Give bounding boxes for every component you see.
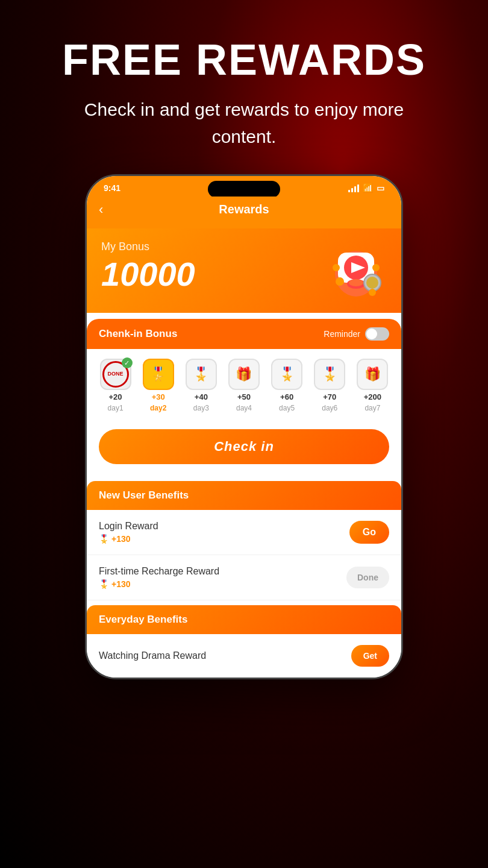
done-check-icon: ✓ [122,357,133,368]
coin-icon-3: 🎖️ [193,366,209,382]
app-header: ‹ Rewards [87,197,401,228]
hero-subtitle: Check in and get rewards to enjoy more c… [63,96,425,150]
recharge-reward-points: 🎖️ +130 [99,579,219,589]
bonus-section: My Bonus 10000 [87,228,401,313]
new-user-benefits-header: New User Benefits [87,481,401,510]
day-icon-6: 🎖️ [314,359,345,390]
coin-icon-login: 🎖️ [99,534,109,544]
main-content: FREE REWARDS Check in and get rewards to… [0,0,488,679]
coin-icon-recharge: 🎖️ [99,579,109,589]
reminder-toggle[interactable] [365,327,389,341]
svg-point-5 [372,264,380,271]
login-reward-info: Login Reward 🎖️ +130 [99,521,158,544]
checkin-card: Chenk-in Bonus Reminder DONE ✓ +20 [87,319,401,476]
reminder-label: Reminder [324,329,360,339]
day-label-4: day4 [236,404,252,412]
watching-drama-item: Watching Drama Reward Get [87,634,401,678]
day-label-2: day2 [150,404,166,412]
day-icon-7: 🎁 [357,359,388,390]
back-button[interactable]: ‹ [99,202,103,218]
reminder-row: Reminder [324,327,389,341]
login-reward-name: Login Reward [99,521,158,532]
day-item-6: 🎖️ +70 day6 [314,359,345,412]
days-grid: DONE ✓ +20 day1 🎖️ +30 day2 [87,349,401,422]
hero-title: FREE REWARDS [62,36,426,84]
svg-point-10 [336,277,344,286]
everyday-benefits-section: Everyday Benefits Watching Drama Reward … [87,605,401,678]
day-icon-4: 🎁 [228,359,260,390]
day-points-5: +60 [280,392,293,401]
login-reward-go-button[interactable]: Go [349,521,389,544]
everyday-benefits-title: Everyday Benefits [99,614,187,625]
checkin-header: Chenk-in Bonus Reminder [87,319,401,349]
watching-drama-name: Watching Drama Reward [99,650,206,661]
coin-icon-2: 🎖️ [150,366,166,382]
day-icon-1: DONE ✓ [100,359,131,390]
recharge-reward-item: First-time Recharge Reward 🎖️ +130 Done [87,555,401,600]
day-item-4: 🎁 +50 day4 [228,359,260,412]
page-title: Rewards [219,203,269,216]
day-item-3: 🎖️ +40 day3 [186,359,217,412]
gift-icon-7: 🎁 [364,366,381,382]
day-item-2: 🎖️ +30 day2 [143,359,174,412]
signal-icon [348,184,359,192]
day-item-5: 🎖️ +60 day5 [271,359,302,412]
checkin-title: Chenk-in Bonus [99,328,177,340]
gift-icon-4: 🎁 [236,366,252,382]
day-points-2: +30 [152,392,165,401]
day-points-3: +40 [195,392,208,401]
phone-mockup: 9:41 📶 ▭ ‹ Rewards My Bonus 10000 [85,174,403,679]
svg-point-4 [333,264,340,271]
coin-icon-6: 🎖️ [322,366,338,382]
day-icon-3: 🎖️ [186,359,217,390]
mascot [323,234,389,301]
coin-icon-5: 🎖️ [279,366,295,382]
recharge-reward-name: First-time Recharge Reward [99,566,219,577]
day-points-6: +70 [323,392,336,401]
svg-point-7 [349,279,363,286]
notch [208,181,280,198]
wifi-icon: 📶 [363,183,373,193]
day-label-5: day5 [279,404,295,412]
day-label-1: day1 [108,404,124,412]
svg-point-9 [366,277,378,289]
login-reward-points: 🎖️ +130 [99,534,158,544]
day-label-6: day6 [322,404,337,412]
battery-icon: ▭ [377,183,384,193]
day-icon-5: 🎖️ [271,359,302,390]
day-item-1: DONE ✓ +20 day1 [100,359,131,412]
day-points-4: +50 [237,392,251,401]
day-label-7: day7 [364,404,380,412]
day-icon-2: 🎖️ [143,359,174,390]
new-user-benefits-title: New User Benefits [99,489,189,501]
day-label-3: day3 [193,404,209,412]
day-item-7: 🎁 +200 day7 [357,359,388,412]
checkin-button-wrap: Check in [87,422,401,476]
checkin-button[interactable]: Check in [99,429,389,464]
svg-point-11 [369,289,376,296]
recharge-reward-info: First-time Recharge Reward 🎖️ +130 [99,566,219,589]
day-points-1: +20 [109,392,122,401]
watching-drama-get-button[interactable]: Get [351,645,389,667]
day-points-7: +200 [364,392,381,401]
watching-drama-info: Watching Drama Reward [99,650,206,661]
status-icons: 📶 ▭ [348,183,384,193]
status-bar: 9:41 📶 ▭ [87,176,401,197]
new-user-benefits-section: New User Benefits Login Reward 🎖️ +130 G… [87,481,401,600]
login-reward-item: Login Reward 🎖️ +130 Go [87,510,401,555]
recharge-reward-done-button[interactable]: Done [346,567,389,588]
status-time: 9:41 [104,183,120,193]
everyday-benefits-header: Everyday Benefits [87,605,401,634]
